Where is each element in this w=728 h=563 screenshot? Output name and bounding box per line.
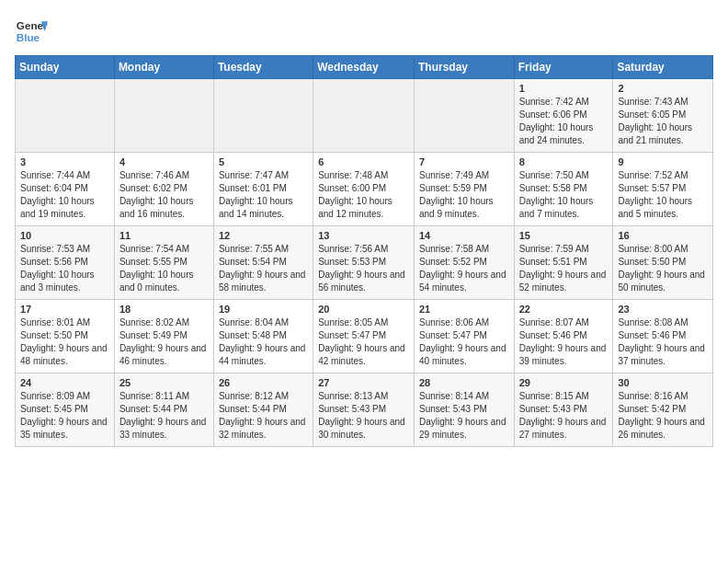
- calendar-week-2: 3Sunrise: 7:44 AM Sunset: 6:04 PM Daylig…: [16, 153, 713, 226]
- calendar-cell: 11Sunrise: 7:54 AM Sunset: 5:55 PM Dayli…: [114, 226, 213, 300]
- day-number: 5: [219, 156, 308, 167]
- calendar-cell: 1Sunrise: 7:42 AM Sunset: 6:06 PM Daylig…: [514, 79, 613, 153]
- day-info: Sunrise: 7:54 AM Sunset: 5:55 PM Dayligh…: [119, 244, 194, 293]
- calendar-cell: 24Sunrise: 8:09 AM Sunset: 5:45 PM Dayli…: [16, 373, 115, 447]
- day-info: Sunrise: 8:04 AM Sunset: 5:48 PM Dayligh…: [219, 317, 306, 366]
- calendar-cell: 22Sunrise: 8:07 AM Sunset: 5:46 PM Dayli…: [514, 300, 613, 373]
- day-info: Sunrise: 7:53 AM Sunset: 5:56 PM Dayligh…: [20, 244, 95, 293]
- calendar-cell: 13Sunrise: 7:56 AM Sunset: 5:53 PM Dayli…: [313, 226, 415, 300]
- day-number: 8: [519, 156, 609, 167]
- calendar-table: SundayMondayTuesdayWednesdayThursdayFrid…: [15, 55, 713, 447]
- day-info: Sunrise: 8:05 AM Sunset: 5:47 PM Dayligh…: [318, 317, 405, 366]
- logo-icon: General Blue: [15, 15, 48, 48]
- day-info: Sunrise: 8:09 AM Sunset: 5:45 PM Dayligh…: [20, 391, 108, 440]
- day-number: 16: [618, 230, 708, 241]
- day-number: 13: [318, 230, 409, 241]
- calendar-cell: 10Sunrise: 7:53 AM Sunset: 5:56 PM Dayli…: [16, 226, 115, 300]
- calendar-cell: [414, 79, 514, 153]
- day-number: 25: [119, 377, 209, 388]
- day-number: 20: [318, 304, 409, 315]
- header: General Blue: [15, 15, 713, 48]
- calendar-cell: 23Sunrise: 8:08 AM Sunset: 5:46 PM Dayli…: [613, 300, 713, 373]
- calendar-cell: 4Sunrise: 7:46 AM Sunset: 6:02 PM Daylig…: [114, 153, 213, 226]
- day-number: 23: [618, 304, 708, 315]
- calendar-cell: 16Sunrise: 8:00 AM Sunset: 5:50 PM Dayli…: [613, 226, 713, 300]
- calendar-cell: 5Sunrise: 7:47 AM Sunset: 6:01 PM Daylig…: [213, 153, 313, 226]
- calendar-cell: 18Sunrise: 8:02 AM Sunset: 5:49 PM Dayli…: [114, 300, 213, 373]
- weekday-header-tuesday: Tuesday: [213, 56, 313, 79]
- day-number: 17: [20, 304, 109, 315]
- weekday-header-saturday: Saturday: [613, 56, 713, 79]
- calendar-cell: 19Sunrise: 8:04 AM Sunset: 5:48 PM Dayli…: [213, 300, 313, 373]
- weekday-header-friday: Friday: [514, 56, 613, 79]
- day-info: Sunrise: 8:08 AM Sunset: 5:46 PM Dayligh…: [618, 317, 705, 366]
- calendar-cell: 3Sunrise: 7:44 AM Sunset: 6:04 PM Daylig…: [16, 153, 115, 226]
- day-info: Sunrise: 8:07 AM Sunset: 5:46 PM Dayligh…: [519, 317, 607, 366]
- weekday-header-monday: Monday: [114, 56, 213, 79]
- day-info: Sunrise: 8:12 AM Sunset: 5:44 PM Dayligh…: [219, 391, 306, 440]
- calendar-cell: 25Sunrise: 8:11 AM Sunset: 5:44 PM Dayli…: [114, 373, 213, 447]
- calendar-cell: [213, 79, 313, 153]
- calendar-cell: 17Sunrise: 8:01 AM Sunset: 5:50 PM Dayli…: [16, 300, 115, 373]
- day-number: 28: [419, 377, 509, 388]
- day-number: 29: [519, 377, 609, 388]
- day-info: Sunrise: 7:42 AM Sunset: 6:06 PM Dayligh…: [519, 97, 594, 145]
- day-number: 1: [519, 83, 609, 94]
- day-number: 12: [219, 230, 308, 241]
- day-info: Sunrise: 7:59 AM Sunset: 5:51 PM Dayligh…: [519, 244, 607, 293]
- calendar-week-3: 10Sunrise: 7:53 AM Sunset: 5:56 PM Dayli…: [16, 226, 713, 300]
- svg-text:Blue: Blue: [17, 31, 40, 43]
- weekday-header-thursday: Thursday: [414, 56, 514, 79]
- day-info: Sunrise: 7:50 AM Sunset: 5:58 PM Dayligh…: [519, 170, 594, 219]
- day-number: 2: [618, 83, 708, 94]
- day-info: Sunrise: 8:11 AM Sunset: 5:44 PM Dayligh…: [119, 391, 207, 440]
- day-number: 15: [519, 230, 609, 241]
- day-info: Sunrise: 7:43 AM Sunset: 6:05 PM Dayligh…: [618, 97, 692, 145]
- calendar-cell: 6Sunrise: 7:48 AM Sunset: 6:00 PM Daylig…: [313, 153, 415, 226]
- calendar-cell: 27Sunrise: 8:13 AM Sunset: 5:43 PM Dayli…: [313, 373, 415, 447]
- day-number: 27: [318, 377, 409, 388]
- calendar-cell: 21Sunrise: 8:06 AM Sunset: 5:47 PM Dayli…: [414, 300, 514, 373]
- day-info: Sunrise: 8:13 AM Sunset: 5:43 PM Dayligh…: [318, 391, 405, 440]
- day-info: Sunrise: 7:56 AM Sunset: 5:53 PM Dayligh…: [318, 244, 405, 293]
- calendar-cell: 9Sunrise: 7:52 AM Sunset: 5:57 PM Daylig…: [613, 153, 713, 226]
- calendar-cell: [114, 79, 213, 153]
- calendar-cell: [16, 79, 115, 153]
- calendar-cell: 2Sunrise: 7:43 AM Sunset: 6:05 PM Daylig…: [613, 79, 713, 153]
- day-number: 6: [318, 156, 409, 167]
- day-info: Sunrise: 7:46 AM Sunset: 6:02 PM Dayligh…: [119, 170, 194, 219]
- day-number: 11: [119, 230, 209, 241]
- calendar-cell: 8Sunrise: 7:50 AM Sunset: 5:58 PM Daylig…: [514, 153, 613, 226]
- day-info: Sunrise: 8:15 AM Sunset: 5:43 PM Dayligh…: [519, 391, 607, 440]
- weekday-header-wednesday: Wednesday: [313, 56, 415, 79]
- day-number: 24: [20, 377, 109, 388]
- day-info: Sunrise: 8:01 AM Sunset: 5:50 PM Dayligh…: [20, 317, 108, 366]
- calendar-cell: 15Sunrise: 7:59 AM Sunset: 5:51 PM Dayli…: [514, 226, 613, 300]
- day-info: Sunrise: 8:14 AM Sunset: 5:43 PM Dayligh…: [419, 391, 506, 440]
- day-number: 14: [419, 230, 509, 241]
- day-info: Sunrise: 7:44 AM Sunset: 6:04 PM Dayligh…: [20, 170, 95, 219]
- logo: General Blue: [15, 15, 48, 48]
- day-number: 26: [219, 377, 308, 388]
- calendar-week-5: 24Sunrise: 8:09 AM Sunset: 5:45 PM Dayli…: [16, 373, 713, 447]
- day-info: Sunrise: 7:48 AM Sunset: 6:00 PM Dayligh…: [318, 170, 392, 219]
- calendar-cell: 7Sunrise: 7:49 AM Sunset: 5:59 PM Daylig…: [414, 153, 514, 226]
- day-info: Sunrise: 8:00 AM Sunset: 5:50 PM Dayligh…: [618, 244, 705, 293]
- day-number: 21: [419, 304, 509, 315]
- calendar-cell: 12Sunrise: 7:55 AM Sunset: 5:54 PM Dayli…: [213, 226, 313, 300]
- weekday-header-sunday: Sunday: [16, 56, 115, 79]
- day-info: Sunrise: 7:47 AM Sunset: 6:01 PM Dayligh…: [219, 170, 293, 219]
- calendar-cell: 14Sunrise: 7:58 AM Sunset: 5:52 PM Dayli…: [414, 226, 514, 300]
- day-info: Sunrise: 7:52 AM Sunset: 5:57 PM Dayligh…: [618, 170, 692, 219]
- calendar-cell: 29Sunrise: 8:15 AM Sunset: 5:43 PM Dayli…: [514, 373, 613, 447]
- day-number: 19: [219, 304, 308, 315]
- day-info: Sunrise: 7:58 AM Sunset: 5:52 PM Dayligh…: [419, 244, 506, 293]
- day-info: Sunrise: 8:16 AM Sunset: 5:42 PM Dayligh…: [618, 391, 705, 440]
- day-number: 3: [20, 156, 109, 167]
- day-number: 10: [20, 230, 109, 241]
- day-info: Sunrise: 7:49 AM Sunset: 5:59 PM Dayligh…: [419, 170, 494, 219]
- calendar-cell: 28Sunrise: 8:14 AM Sunset: 5:43 PM Dayli…: [414, 373, 514, 447]
- day-number: 9: [618, 156, 708, 167]
- calendar-week-1: 1Sunrise: 7:42 AM Sunset: 6:06 PM Daylig…: [16, 79, 713, 153]
- calendar-week-4: 17Sunrise: 8:01 AM Sunset: 5:50 PM Dayli…: [16, 300, 713, 373]
